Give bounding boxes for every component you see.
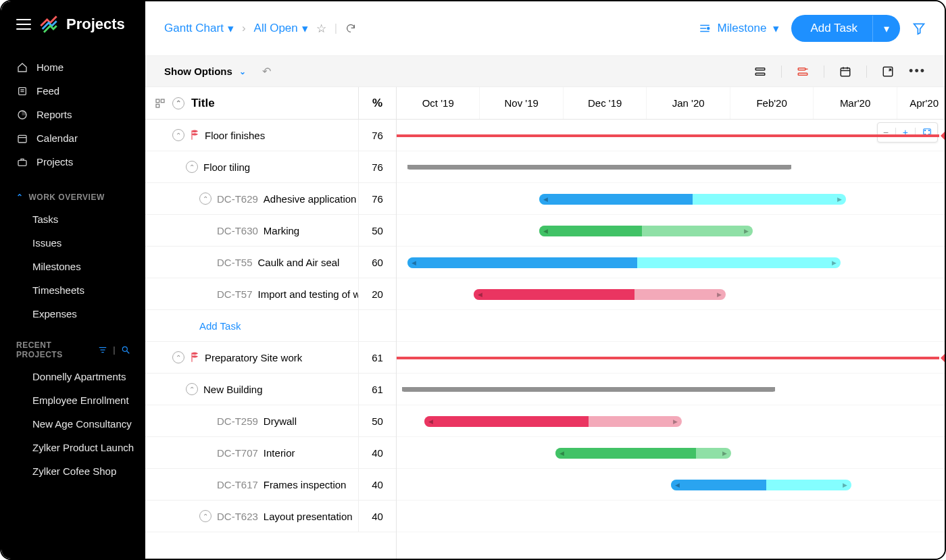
nav-reports[interactable]: Reports — [1, 103, 145, 126]
recent-projects-label: RECENT PROJECTS | — [1, 326, 145, 365]
month-header: Mar'20 — [814, 87, 897, 119]
month-header: Oct '19 — [397, 87, 480, 119]
resize-right-icon[interactable]: ▶ — [843, 482, 847, 488]
add-task-button[interactable]: Add Task ▾ — [791, 15, 900, 42]
resize-right-icon[interactable]: ▶ — [744, 228, 749, 234]
filter-dropdown[interactable]: All Open ▾ — [254, 22, 308, 36]
sidebar: Projects HomeFeedReportsCalendarProjects… — [1, 1, 145, 559]
collapse-icon[interactable]: ⌃ — [172, 129, 184, 141]
task-id: DC-T57 — [217, 288, 253, 300]
resize-right-icon[interactable]: ▶ — [673, 418, 678, 425]
collapse-icon[interactable]: ⌃ — [186, 161, 198, 173]
filter-icon[interactable] — [98, 345, 107, 355]
nav-projects[interactable]: Projects — [1, 150, 145, 174]
row-title[interactable]: Layout presentation — [264, 511, 353, 522]
svg-rect-26 — [156, 99, 159, 103]
nav-feed[interactable]: Feed — [1, 79, 145, 103]
today-icon[interactable] — [839, 66, 851, 78]
resize-left-icon[interactable]: ◀ — [412, 259, 416, 266]
row-title[interactable]: Interior — [264, 447, 295, 459]
nav-calendar[interactable]: Calendar — [1, 126, 145, 150]
wo-timesheets[interactable]: Timesheets — [1, 278, 145, 302]
percent-value: 60 — [358, 247, 396, 278]
task-id: DC-T630 — [217, 225, 258, 236]
collapse-icon[interactable]: ⌃ — [186, 383, 198, 395]
resize-left-icon[interactable]: ◀ — [675, 482, 680, 488]
resize-right-icon[interactable]: ▶ — [717, 291, 722, 298]
resize-left-icon[interactable]: ◀ — [478, 291, 482, 298]
task-bar[interactable]: ◀▶ — [424, 416, 682, 427]
refresh-icon[interactable] — [345, 23, 356, 34]
show-options[interactable]: Show Options ⌄ — [164, 66, 246, 77]
feed-icon — [16, 86, 28, 97]
row-title[interactable]: Preparatory Site work — [205, 352, 302, 363]
nav-home[interactable]: Home — [1, 55, 145, 79]
resize-right-icon[interactable]: ▶ — [722, 450, 727, 457]
wo-tasks[interactable]: Tasks — [1, 207, 145, 231]
fullscreen-icon[interactable] — [882, 66, 894, 78]
task-bar[interactable]: ◀▶ — [474, 289, 726, 300]
resize-left-icon[interactable]: ◀ — [543, 196, 548, 203]
view-mode-icon[interactable] — [155, 98, 166, 109]
resize-right-icon[interactable]: ▶ — [837, 196, 842, 203]
title-column-header[interactable]: Title — [191, 97, 215, 110]
row-title[interactable]: Marking — [264, 225, 299, 236]
view-dropdown[interactable]: Gantt Chart ▾ — [164, 22, 234, 36]
milestone-bar[interactable] — [397, 357, 939, 359]
row-title[interactable]: Adhesive application — [264, 193, 357, 205]
task-bar[interactable]: ◀▶ — [539, 194, 846, 205]
row-title[interactable]: Import and testing of woo.. — [258, 288, 358, 300]
collapse-all-icon[interactable]: ⌃ — [172, 97, 184, 109]
resize-left-icon[interactable]: ◀ — [559, 450, 564, 457]
row-title[interactable]: Floor tiling — [203, 161, 250, 173]
row-title[interactable]: Caulk and Air seal — [258, 257, 340, 268]
brand-name: Projects — [66, 16, 125, 33]
recent-project[interactable]: Zylker Cofee Shop — [1, 459, 145, 483]
wo-milestones[interactable]: Milestones — [1, 255, 145, 278]
row-title[interactable]: Floor finishes — [205, 130, 265, 141]
svg-rect-18 — [798, 68, 805, 70]
add-task-inline[interactable]: Add Task — [199, 320, 241, 332]
brand-logo — [39, 15, 58, 34]
resize-right-icon[interactable]: ▶ — [832, 259, 837, 266]
resize-left-icon[interactable]: ◀ — [543, 228, 548, 234]
task-bar[interactable]: ◀▶ — [555, 448, 731, 459]
work-overview-label[interactable]: ⌃ WORK OVERVIEW — [1, 178, 145, 207]
breadcrumb-separator: › — [242, 22, 246, 35]
undo-icon[interactable]: ↶ — [262, 65, 271, 78]
wo-issues[interactable]: Issues — [1, 231, 145, 255]
task-id: DC-T55 — [217, 257, 253, 268]
baseline-icon[interactable] — [754, 66, 766, 78]
critical-path-icon[interactable] — [797, 66, 809, 78]
svg-rect-19 — [798, 73, 807, 75]
row-title[interactable]: Frames inspection — [264, 479, 347, 490]
svg-rect-27 — [161, 99, 164, 103]
month-header: Feb'20 — [730, 87, 814, 119]
percent-value: 50 — [358, 215, 396, 246]
collapse-icon[interactable]: ⌃ — [199, 510, 211, 522]
search-icon[interactable] — [121, 345, 130, 355]
add-task-dropdown[interactable]: ▾ — [872, 16, 900, 42]
collapse-icon[interactable]: ⌃ — [199, 193, 211, 205]
row-title[interactable]: New Building — [203, 384, 263, 395]
task-bar[interactable]: ◀▶ — [539, 226, 753, 236]
wo-expenses[interactable]: Expenses — [1, 302, 145, 326]
recent-project[interactable]: Employee Enrollment — [1, 388, 145, 412]
menu-icon[interactable] — [16, 19, 31, 30]
group-bar[interactable] — [407, 165, 791, 170]
resize-left-icon[interactable]: ◀ — [428, 418, 433, 425]
star-icon[interactable]: ☆ — [316, 22, 326, 36]
recent-project[interactable]: Zylker Product Launch — [1, 436, 145, 459]
milestone-bar[interactable] — [397, 134, 939, 137]
percent-column-header[interactable]: % — [358, 87, 396, 119]
recent-project[interactable]: Donnelly Apartments — [1, 365, 145, 388]
milestone-dropdown[interactable]: Milestone ▾ — [699, 22, 780, 36]
funnel-icon[interactable] — [912, 22, 926, 35]
row-title[interactable]: Drywall — [264, 415, 297, 427]
task-bar[interactable]: ◀▶ — [671, 480, 852, 490]
recent-project[interactable]: New Age Consultancy — [1, 412, 145, 436]
collapse-icon[interactable]: ⌃ — [172, 351, 184, 363]
more-icon[interactable]: ••• — [909, 64, 926, 78]
task-bar[interactable]: ◀▶ — [407, 257, 841, 268]
group-bar[interactable] — [402, 387, 774, 392]
